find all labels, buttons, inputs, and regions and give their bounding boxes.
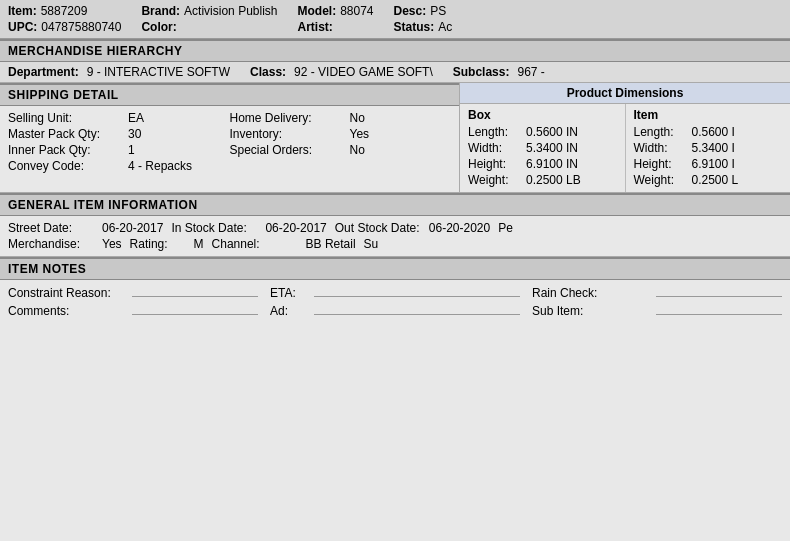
channel-value: BB Retail	[306, 237, 356, 251]
page: Item: 5887209 UPC: 047875880740 Brand: A…	[0, 0, 790, 324]
selling-unit-value: EA	[128, 111, 144, 125]
desc-col: Desc: PS Status: Ac	[394, 4, 453, 34]
dept-value: 9 - INTERACTIVE SOFTW	[87, 65, 230, 79]
status-label: Status:	[394, 20, 435, 34]
special-orders-field: Special Orders: No	[230, 142, 452, 158]
item-dim-col: Item Length: 0.5600 I Width: 5.3400 I He…	[626, 104, 791, 192]
sub-item-field: Sub Item:	[532, 304, 782, 318]
home-delivery-field: Home Delivery: No	[230, 110, 452, 126]
box-width-label: Width:	[468, 141, 526, 155]
constraint-value	[132, 296, 258, 297]
header-section: Item: 5887209 UPC: 047875880740 Brand: A…	[0, 0, 790, 39]
notes-section-header: ITEM NOTES	[0, 257, 790, 280]
model-field: Model: 88074	[297, 4, 373, 18]
box-weight-label: Weight:	[468, 173, 526, 187]
dept-label: Department:	[8, 65, 79, 79]
comments-value	[132, 314, 258, 315]
street-date-field: Street Date: 06-20-2017	[8, 221, 163, 235]
rain-check-value	[656, 296, 782, 297]
convey-code-field: Convey Code: 4 - Repacks	[8, 158, 451, 174]
inventory-label: Inventory:	[230, 127, 350, 141]
convey-label: Convey Code:	[8, 159, 128, 173]
constraint-label: Constraint Reason:	[8, 286, 128, 300]
item-col: Item: 5887209 UPC: 047875880740	[8, 4, 121, 34]
selling-unit-label: Selling Unit:	[8, 111, 128, 125]
rain-check-field: Rain Check:	[532, 286, 782, 300]
ad-value	[314, 314, 520, 315]
merch-value: Yes	[102, 237, 122, 251]
model-col: Model: 88074 Artist:	[297, 4, 373, 34]
eta-label: ETA:	[270, 286, 310, 300]
out-stock-label: Out Stock Date:	[335, 221, 425, 235]
product-dimensions-section: Product Dimensions Box Length: 0.5600 IN…	[460, 83, 790, 192]
channel-label: Channel:	[212, 237, 302, 251]
notes-row-2: Comments: Ad: Sub Item:	[8, 302, 782, 320]
brand-label: Brand:	[141, 4, 180, 18]
item-value: 5887209	[41, 4, 88, 18]
shipping-section-header: SHIPPING DETAIL	[0, 83, 459, 106]
brand-value: Activision Publish	[184, 4, 277, 18]
desc-label: Desc:	[394, 4, 427, 18]
general-row-2: Merchandise: Yes Rating: M Channel: BB R…	[8, 236, 782, 252]
artist-label: Artist:	[297, 20, 332, 34]
color-field: Color:	[141, 20, 277, 34]
box-header: Box	[468, 108, 617, 122]
item-length-field: Length: 0.5600 I	[634, 124, 783, 140]
box-height-value: 6.9100 IN	[526, 157, 578, 171]
box-length-label: Length:	[468, 125, 526, 139]
master-pack-label: Master Pack Qty:	[8, 127, 128, 141]
model-label: Model:	[297, 4, 336, 18]
sub-item-label: Sub Item:	[532, 304, 652, 318]
item-length-label: Length:	[634, 125, 692, 139]
item-height-field: Height: 6.9100 I	[634, 156, 783, 172]
class-value: 92 - VIDEO GAME SOFT\	[294, 65, 433, 79]
merch-label: Merchandise:	[8, 237, 98, 251]
street-date-value: 06-20-2017	[102, 221, 163, 235]
status-field: Status: Ac	[394, 20, 453, 34]
upc-value: 047875880740	[41, 20, 121, 34]
item-width-value: 5.3400 I	[692, 141, 735, 155]
inner-pack-field: Inner Pack Qty: 1	[8, 142, 230, 158]
item-height-label: Height:	[634, 157, 692, 171]
desc-value: PS	[430, 4, 446, 18]
inventory-field: Inventory: Yes	[230, 126, 452, 142]
sup-value: Su	[364, 237, 379, 251]
box-length-value: 0.5600 IN	[526, 125, 578, 139]
artist-field: Artist:	[297, 20, 373, 34]
street-date-label: Street Date:	[8, 221, 98, 235]
shipping-left: SHIPPING DETAIL Selling Unit: EA Home De…	[0, 83, 460, 192]
out-stock-field: Out Stock Date: 06-20-2020	[335, 221, 490, 235]
general-section-header: GENERAL ITEM INFORMATION	[0, 193, 790, 216]
merch-section-header: MERCHANDISE HIERARCHY	[0, 39, 790, 62]
in-stock-field: In Stock Date: 06-20-2017	[171, 221, 326, 235]
in-stock-value: 06-20-2017	[265, 221, 326, 235]
ad-field: Ad:	[270, 304, 520, 318]
box-height-label: Height:	[468, 157, 526, 171]
merch-row: Department: 9 - INTERACTIVE SOFTW Class:…	[0, 62, 790, 83]
color-label: Color:	[141, 20, 176, 34]
box-dim-col: Box Length: 0.5600 IN Width: 5.3400 IN H…	[460, 104, 626, 192]
status-value: Ac	[438, 20, 452, 34]
inventory-value: Yes	[350, 127, 370, 141]
item-length-value: 0.5600 I	[692, 125, 735, 139]
class-label: Class:	[250, 65, 286, 79]
in-stock-label: In Stock Date:	[171, 221, 261, 235]
brand-field: Brand: Activision Publish	[141, 4, 277, 18]
shipping-section: SHIPPING DETAIL Selling Unit: EA Home De…	[0, 83, 790, 193]
box-width-field: Width: 5.3400 IN	[468, 140, 617, 156]
constraint-field: Constraint Reason:	[8, 286, 258, 300]
upc-label: UPC:	[8, 20, 37, 34]
home-delivery-value: No	[350, 111, 365, 125]
box-weight-value: 0.2500 LB	[526, 173, 581, 187]
desc-field: Desc: PS	[394, 4, 453, 18]
box-length-field: Length: 0.5600 IN	[468, 124, 617, 140]
general-section: Street Date: 06-20-2017 In Stock Date: 0…	[0, 216, 790, 257]
merch-field: Merchandise: Yes	[8, 237, 122, 251]
general-row-1: Street Date: 06-20-2017 In Stock Date: 0…	[8, 220, 782, 236]
ad-label: Ad:	[270, 304, 310, 318]
home-delivery-label: Home Delivery:	[230, 111, 350, 125]
sub-item-value	[656, 314, 782, 315]
box-width-value: 5.3400 IN	[526, 141, 578, 155]
channel-field: Channel: BB Retail	[212, 237, 356, 251]
eta-field: ETA:	[270, 286, 520, 300]
